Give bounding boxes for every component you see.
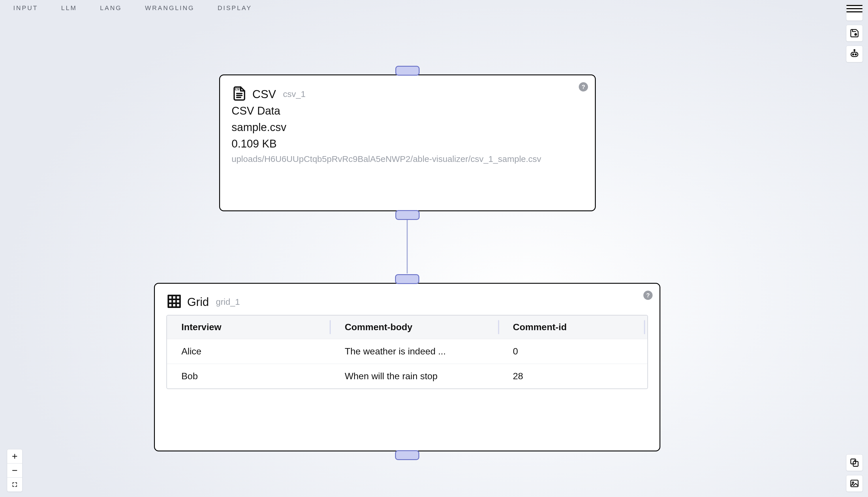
csv-path: uploads/H6U6UUpCtqb5pRvRc9BalA5eNWP2/abl… xyxy=(232,154,583,164)
node-id-label: csv_1 xyxy=(283,89,305,99)
zoom-controls xyxy=(7,449,23,492)
csv-file-icon: CSV xyxy=(232,86,247,102)
node-id-label: grid_1 xyxy=(216,297,240,307)
svg-text:CSV: CSV xyxy=(235,87,242,91)
column-header-comment-body[interactable]: Comment-body xyxy=(330,315,498,339)
zoom-in-button[interactable] xyxy=(7,449,22,464)
node-header: CSV CSV csv_1 xyxy=(220,75,595,105)
cell-interview: Bob xyxy=(167,364,330,389)
csv-section-label: CSV Data xyxy=(232,105,583,117)
help-button-grid[interactable]: ? xyxy=(643,290,652,300)
node-type-label: CSV xyxy=(252,88,276,101)
help-button-csv[interactable]: ? xyxy=(579,82,588,91)
port-grid-in[interactable] xyxy=(395,274,419,284)
zoom-out-button[interactable] xyxy=(7,464,22,478)
table-row[interactable]: Alice The weather is indeed ... 0 xyxy=(167,339,647,364)
cell-comment-body: When will the rain stop xyxy=(330,364,498,389)
column-header-comment-id[interactable]: Comment-id xyxy=(499,315,647,339)
grid-table-wrap: Interview Comment-body Comment-id Alice … xyxy=(166,315,648,389)
svg-rect-9 xyxy=(168,296,180,307)
cell-comment-id: 28 xyxy=(499,364,647,389)
image-icon xyxy=(850,479,859,488)
cell-interview: Alice xyxy=(167,339,330,364)
bottom-right-toolbar xyxy=(846,454,863,492)
column-header-interview[interactable]: Interview xyxy=(167,315,330,339)
node-header: Grid grid_1 xyxy=(155,284,660,315)
cell-comment-id: 0 xyxy=(499,339,647,364)
grid-icon xyxy=(166,294,182,310)
edge-csv-to-grid[interactable] xyxy=(407,219,408,274)
node-csv[interactable]: ? CSV CSV csv_1 CSV Data sam xyxy=(219,74,596,211)
svg-point-20 xyxy=(852,482,854,483)
cell-comment-body: The weather is indeed ... xyxy=(330,339,498,364)
overlap-squares-icon xyxy=(850,458,859,468)
csv-filename: sample.csv xyxy=(232,121,583,133)
node-type-label: Grid xyxy=(187,296,209,309)
data-table: Interview Comment-body Comment-id Alice … xyxy=(167,315,647,388)
port-csv-in[interactable] xyxy=(395,66,420,76)
table-row[interactable]: Bob When will the rain stop 28 xyxy=(167,364,647,389)
plus-icon xyxy=(12,453,18,459)
export-code-button[interactable] xyxy=(846,454,863,471)
node-grid[interactable]: ? Grid grid_1 xyxy=(154,283,660,451)
canvas[interactable]: ? CSV CSV csv_1 CSV Data sam xyxy=(0,0,868,497)
svg-rect-19 xyxy=(851,480,858,487)
minus-icon xyxy=(12,467,18,474)
csv-size: 0.109 KB xyxy=(232,138,583,150)
fit-view-button[interactable] xyxy=(7,478,22,492)
export-image-button[interactable] xyxy=(846,475,863,492)
port-csv-out[interactable] xyxy=(395,210,420,220)
fullscreen-icon xyxy=(12,482,18,487)
table-header-row: Interview Comment-body Comment-id xyxy=(167,315,647,339)
port-grid-out[interactable] xyxy=(395,450,419,460)
